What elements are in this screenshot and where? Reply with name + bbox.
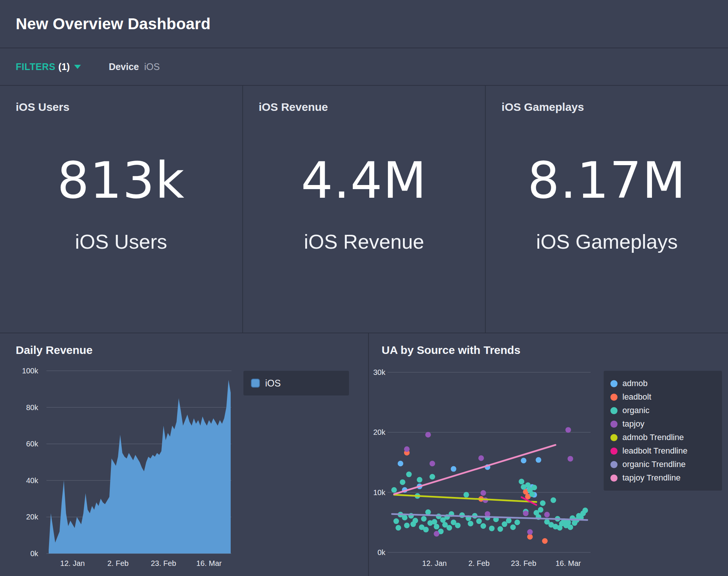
legend-item-label: tapjoy Trendline xyxy=(622,473,680,483)
svg-text:16. Mar: 16. Mar xyxy=(555,559,581,567)
legend-item-label: admob Trendline xyxy=(622,433,684,442)
svg-text:16. Mar: 16. Mar xyxy=(196,559,222,567)
svg-text:23. Feb: 23. Feb xyxy=(511,559,536,567)
svg-text:10k: 10k xyxy=(373,488,386,497)
admob-swatch-icon xyxy=(610,380,618,387)
device-filter-value: iOS xyxy=(144,61,160,72)
svg-text:2. Feb: 2. Feb xyxy=(107,559,129,567)
legend-item-leadbolt-trendline[interactable]: leadbolt Trendline xyxy=(610,444,715,458)
ua-by-source-panel: UA by Source with Trends 0k10k20k30k12. … xyxy=(369,333,728,576)
svg-text:23. Feb: 23. Feb xyxy=(151,559,176,567)
svg-text:60k: 60k xyxy=(26,440,39,448)
filter-bar: FILTERS (1) Device iOS xyxy=(0,48,728,86)
tapjoy-swatch-icon xyxy=(610,421,618,428)
legend-item-admob[interactable]: admob xyxy=(610,377,715,390)
kpi-card-header: iOS Revenue xyxy=(259,101,328,113)
legend-item-label: leadbolt Trendline xyxy=(622,446,688,456)
legend-item-leadbolt[interactable]: leadbolt xyxy=(610,390,715,404)
legend-item-organic[interactable]: organic xyxy=(610,404,715,417)
device-filter[interactable]: Device iOS xyxy=(109,61,160,72)
svg-text:100k: 100k xyxy=(22,367,39,375)
filters-count: (1) xyxy=(58,61,70,72)
charts-row: Daily Revenue 0k20k40k60k80k100k12. Jan2… xyxy=(0,333,728,576)
svg-text:2. Feb: 2. Feb xyxy=(468,559,490,567)
organic-swatch-icon xyxy=(610,407,618,414)
kpi-value: 4.4M xyxy=(243,151,485,210)
svg-text:20k: 20k xyxy=(26,513,39,521)
device-filter-label: Device xyxy=(109,61,139,72)
kpi-card-ios-users: iOS Users 813k iOS Users xyxy=(0,86,242,333)
legend-item-tapjoy[interactable]: tapjoy xyxy=(610,417,715,431)
svg-text:20k: 20k xyxy=(373,428,386,436)
leadbolt-swatch-icon xyxy=(610,394,618,401)
svg-text:12. Jan: 12. Jan xyxy=(60,559,85,567)
ios-legend-label: iOS xyxy=(265,378,281,389)
leadbolt-trendline-swatch-icon xyxy=(610,448,618,455)
dashboard-page: New Overview Dashboard FILTERS (1) Devic… xyxy=(0,0,728,576)
legend-item-label: tapjoy xyxy=(622,419,644,429)
tapjoy-trendline-swatch-icon xyxy=(610,475,618,482)
svg-text:0k: 0k xyxy=(377,548,386,557)
kpi-card-ios-revenue: iOS Revenue 4.4M iOS Revenue xyxy=(242,86,485,333)
legend-item-label: organic Trendline xyxy=(622,460,686,469)
kpi-row: iOS Users 813k iOS Users iOS Revenue 4.4… xyxy=(0,86,728,333)
svg-text:0k: 0k xyxy=(30,549,39,558)
svg-text:30k: 30k xyxy=(373,368,386,376)
legend-item-label: leadbolt xyxy=(622,392,651,402)
daily-revenue-title: Daily Revenue xyxy=(16,344,92,357)
legend-item-admob-trendline[interactable]: admob Trendline xyxy=(610,431,715,444)
daily-revenue-panel: Daily Revenue 0k20k40k60k80k100k12. Jan2… xyxy=(0,333,369,576)
organic-trendline-swatch-icon xyxy=(610,461,618,468)
kpi-card-header: iOS Users xyxy=(16,101,69,113)
filters-toggle[interactable]: FILTERS (1) xyxy=(16,61,81,72)
page-title: New Overview Dashboard xyxy=(16,15,210,33)
legend-item-label: admob xyxy=(622,379,647,388)
kpi-card-ios-gameplays: iOS Gameplays 8.17M iOS Gameplays xyxy=(485,86,728,333)
ios-legend-swatch xyxy=(251,379,260,388)
chevron-down-icon xyxy=(74,65,81,69)
svg-text:40k: 40k xyxy=(26,476,39,485)
filters-label: FILTERS xyxy=(16,61,55,72)
svg-text:12. Jan: 12. Jan xyxy=(422,559,447,567)
ua-legend: admobleadboltorganictapjoyadmob Trendlin… xyxy=(604,371,722,491)
daily-revenue-legend[interactable]: iOS xyxy=(243,371,349,395)
legend-item-organic-trendline[interactable]: organic Trendline xyxy=(610,458,715,471)
kpi-value: 8.17M xyxy=(486,151,728,210)
kpi-label: iOS Users xyxy=(0,230,242,253)
title-bar: New Overview Dashboard xyxy=(0,0,728,48)
legend-item-label: organic xyxy=(622,406,649,415)
legend-item-tapjoy-trendline[interactable]: tapjoy Trendline xyxy=(610,471,715,485)
kpi-label: iOS Revenue xyxy=(243,230,485,253)
kpi-card-header: iOS Gameplays xyxy=(501,101,584,113)
svg-text:80k: 80k xyxy=(26,403,39,412)
kpi-label: iOS Gameplays xyxy=(486,230,728,253)
kpi-value: 813k xyxy=(0,151,242,210)
admob-trendline-swatch-icon xyxy=(610,434,618,441)
ua-by-source-title: UA by Source with Trends xyxy=(382,344,521,357)
